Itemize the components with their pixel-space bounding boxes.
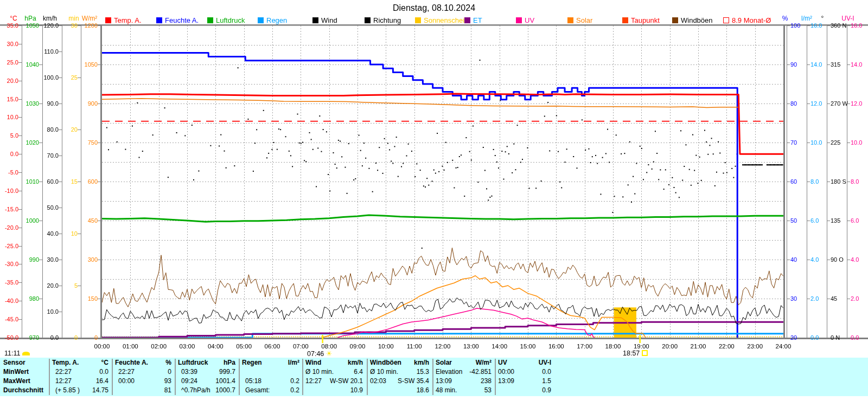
legend-swatch: [312, 17, 318, 23]
time-tick-label: 11:00: [398, 343, 431, 350]
table-column-separator: [367, 359, 368, 395]
table-cell-right: 0.2: [242, 377, 299, 386]
table-cell-right: -42.851: [436, 367, 492, 377]
daylight-duration: 11:11: [4, 350, 30, 357]
time-tick-label: 19:00: [625, 343, 658, 350]
table-cell-right: 999.7: [178, 367, 235, 377]
table-cell-right: km/h: [370, 358, 429, 367]
legend-label: Feuchte A.: [165, 16, 199, 24]
legend-swatch: [365, 17, 371, 23]
legend-label: Regen: [266, 16, 287, 24]
tick-label-min: 10: [49, 230, 78, 237]
tick-label-kmh: 30.0: [30, 256, 59, 263]
daylight-duration-value: 11:11: [4, 350, 20, 357]
tick-label-hPa: 1000: [11, 217, 39, 224]
tick-label-wm2: 900: [69, 100, 98, 107]
tick-label-wm2: 750: [69, 139, 98, 146]
tick-label-kmh: 110.0: [30, 48, 59, 55]
table-cell-right: 81: [115, 386, 171, 395]
legend-item-sonnenschein: Sonnenschein: [415, 17, 468, 24]
table-column-separator: [175, 359, 176, 395]
legend-label: Taupunkt: [631, 16, 660, 24]
table-cell-right: hPa: [178, 358, 235, 367]
tick-label-uvi: 6.0: [851, 217, 868, 224]
legend-swatch: [156, 17, 162, 23]
tick-label-C: -25.0: [0, 243, 18, 249]
legend-label: Richtung: [373, 16, 401, 24]
legend-label: Sonnenschein: [424, 16, 468, 24]
table-cell-right: 16.4: [52, 377, 108, 386]
axis-unit-wm2: W/m²: [73, 15, 106, 22]
tick-label-min: 5: [49, 282, 78, 289]
tick-label-wm2: 600: [69, 178, 98, 185]
legend-label: UV: [525, 16, 534, 24]
time-tick-label: 16:00: [540, 343, 572, 350]
table-cell-right: S-SW 35.4: [370, 377, 429, 386]
time-tick-label: 08:00: [313, 343, 346, 350]
table-cell-right: 15.3: [370, 367, 429, 377]
table-column-separator: [432, 359, 433, 395]
tick-label-kmh: 70.0: [30, 152, 59, 159]
tick-label-uvi: 0.0: [851, 334, 868, 341]
legend-swatch: [672, 17, 678, 23]
table-row-label: Sensor: [3, 358, 25, 367]
table-cell-right: 93: [115, 377, 171, 386]
legend-label: 8.9 Monat-Ø: [732, 16, 771, 24]
time-tick-label: 13:00: [455, 343, 487, 350]
tick-label-wm2: 300: [69, 256, 98, 263]
tick-label-C: -10.0: [0, 187, 18, 194]
table-cell-right: 53: [436, 386, 492, 395]
time-tick-label: 15:00: [512, 343, 544, 350]
legend-swatch: [415, 17, 421, 23]
legend-swatch: [105, 17, 111, 23]
legend-item-temp-a-: Temp. A.: [105, 17, 142, 24]
tick-label-C: -35.0: [0, 279, 18, 286]
time-tick-label: 07:00: [284, 343, 317, 350]
table-column-separator: [239, 359, 240, 395]
tick-label-wm2: 0: [69, 334, 98, 341]
table-column-separator: [49, 359, 50, 395]
legend-item-solar: Solar: [567, 17, 592, 24]
legend-swatch: [723, 17, 729, 23]
table-cell-right: l/m²: [242, 358, 299, 367]
legend-swatch: [207, 17, 213, 23]
table-cell-right: W-SW 20.1: [305, 377, 363, 386]
tick-label-C: -20.0: [0, 224, 18, 231]
legend-item-uv: UV: [516, 17, 534, 24]
page-title: Dienstag, 08.10.2024: [0, 3, 868, 13]
table-row-label: MinWert: [3, 367, 29, 377]
legend-swatch: [258, 17, 264, 23]
legend-label: Windböen: [681, 16, 713, 24]
time-tick-label: 14:00: [483, 343, 516, 350]
weather-chart-canvas: [0, 0, 868, 401]
tick-label-uvi: 2.0: [851, 295, 868, 302]
legend-item-windb-en: Windböen: [672, 17, 713, 24]
tick-label-min: 25: [49, 74, 78, 81]
table-cell-right: 1000.7: [178, 386, 235, 395]
legend-item-luftdruck: Luftdruck: [207, 17, 245, 24]
legend-swatch: [464, 17, 470, 23]
legend-item-regen: Regen: [258, 17, 287, 24]
table-cell-right: 1001.4: [178, 377, 235, 386]
daylight-sun-icon: [22, 352, 30, 355]
tick-label-kmh: 90.0: [30, 100, 59, 107]
table-cell-right: 0.0: [52, 367, 108, 377]
table-cell-right: W/m²: [436, 358, 492, 367]
time-tick-label: 23:00: [739, 343, 771, 350]
table-cell-right: UV-I: [498, 358, 551, 367]
tick-label-uvi: 14.0: [851, 61, 868, 68]
tick-label-C: 0.0: [0, 151, 18, 157]
legend-swatch: [516, 17, 522, 23]
tick-label-hPa: 1040: [11, 61, 39, 68]
tick-label-C: 10.0: [0, 114, 18, 120]
time-tick-label: 10:00: [369, 343, 402, 350]
table-row-label: MaxWert: [3, 377, 30, 386]
tick-label-uvi: 4.0: [851, 256, 868, 263]
time-tick-label: 04:00: [199, 343, 232, 350]
legend-label: ET: [473, 16, 482, 24]
tick-label-C: -45.0: [0, 316, 18, 322]
time-tick-label: 09:00: [341, 343, 374, 350]
tick-label-C: 5.0: [0, 132, 18, 139]
time-tick-label: 00:00: [86, 343, 118, 350]
table-cell-right: 14.75: [52, 386, 108, 395]
